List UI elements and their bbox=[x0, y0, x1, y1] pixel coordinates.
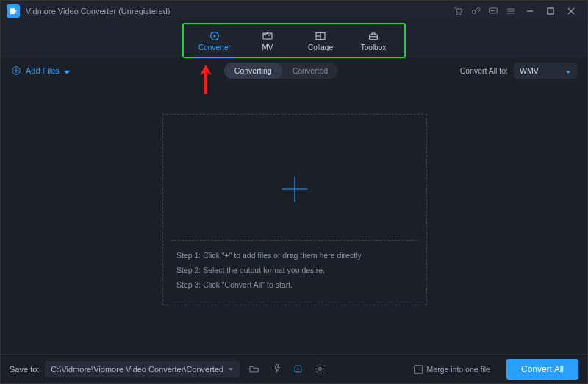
toolbox-icon bbox=[366, 30, 381, 42]
convert-all-to: Convert All to: WMV bbox=[460, 63, 577, 79]
save-to-path: C:\Vidmore\Vidmore Video Converter\Conve… bbox=[51, 365, 223, 374]
tab-label: Converter bbox=[198, 43, 231, 51]
tabstrip-highlight: Converter MV Collage Toolbox bbox=[182, 23, 406, 58]
tab-toolbox[interactable]: Toolbox bbox=[347, 24, 400, 57]
maximize-button[interactable] bbox=[540, 4, 561, 18]
chevron-down-icon bbox=[565, 68, 571, 74]
collage-icon bbox=[313, 30, 328, 42]
tab-collage[interactable]: Collage bbox=[294, 24, 347, 57]
add-files-button[interactable]: Add Files bbox=[11, 65, 70, 76]
svg-rect-7 bbox=[548, 8, 553, 14]
merge-label: Merge into one file bbox=[427, 365, 490, 374]
svg-point-0 bbox=[456, 14, 458, 15]
step-2: Step 2: Select the output format you des… bbox=[176, 263, 419, 278]
step-3: Step 3: Click "Convert All" to start. bbox=[176, 278, 419, 293]
tabstrip-container: Converter MV Collage Toolbox bbox=[1, 21, 587, 58]
svg-point-6 bbox=[495, 10, 495, 11]
main-area: Step 1: Click "+" to add files or drag t… bbox=[1, 83, 587, 354]
tab-converter[interactable]: Converter bbox=[188, 24, 241, 57]
add-files-label: Add Files bbox=[26, 66, 60, 75]
drop-area[interactable]: Step 1: Click "+" to add files or drag t… bbox=[162, 114, 427, 305]
plus-icon bbox=[278, 172, 312, 206]
plus-circle-icon bbox=[11, 65, 21, 76]
divider bbox=[171, 240, 419, 241]
svg-point-1 bbox=[460, 14, 462, 15]
app-window: Vidmore Video Converter (Unregistered) C… bbox=[0, 0, 588, 384]
svg-point-4 bbox=[491, 10, 492, 11]
output-format-select[interactable]: WMV bbox=[514, 63, 577, 79]
svg-rect-11 bbox=[370, 35, 378, 40]
footer: Save to: C:\Vidmore\Vidmore Video Conver… bbox=[1, 354, 587, 383]
merge-checkbox[interactable] bbox=[414, 365, 423, 374]
minimize-button[interactable] bbox=[520, 4, 540, 18]
svg-point-14 bbox=[318, 368, 321, 371]
tab-label: Collage bbox=[308, 43, 333, 51]
tab-mv[interactable]: MV bbox=[241, 24, 294, 57]
merge-option: Merge into one file bbox=[414, 365, 490, 374]
gpu-accel-toggle[interactable] bbox=[290, 361, 306, 377]
save-to-select[interactable]: C:\Vidmore\Vidmore Video Converter\Conve… bbox=[45, 361, 240, 377]
converter-icon bbox=[207, 30, 222, 42]
app-title: Vidmore Video Converter (Unregistered) bbox=[26, 7, 170, 15]
tab-label: MV bbox=[262, 43, 273, 51]
status-filter: Converting Converted bbox=[224, 63, 338, 79]
cart-icon[interactable] bbox=[449, 2, 467, 20]
subheader: Add Files Converting Converted Convert A… bbox=[1, 58, 587, 83]
pill-converting[interactable]: Converting bbox=[224, 63, 282, 79]
titlebar: Vidmore Video Converter (Unregistered) bbox=[1, 1, 587, 21]
key-icon[interactable] bbox=[467, 2, 484, 20]
close-button[interactable] bbox=[561, 4, 581, 18]
output-format-value: WMV bbox=[520, 66, 539, 75]
settings-button[interactable] bbox=[312, 361, 328, 377]
svg-point-2 bbox=[472, 10, 476, 14]
tab-label: Toolbox bbox=[361, 43, 386, 51]
menu-icon[interactable] bbox=[502, 2, 520, 20]
app-logo bbox=[7, 4, 20, 18]
open-folder-button[interactable] bbox=[245, 361, 262, 377]
chevron-down-icon bbox=[228, 365, 234, 374]
save-to-label: Save to: bbox=[10, 365, 39, 374]
pill-converted[interactable]: Converted bbox=[282, 63, 338, 79]
add-file-plus[interactable] bbox=[278, 172, 312, 209]
step-1: Step 1: Click "+" to add files or drag t… bbox=[176, 249, 419, 263]
chevron-down-icon bbox=[64, 68, 70, 74]
convert-all-to-label: Convert All to: bbox=[460, 66, 508, 75]
svg-point-5 bbox=[492, 10, 493, 11]
feedback-icon[interactable] bbox=[484, 2, 502, 20]
high-speed-toggle[interactable] bbox=[268, 361, 284, 377]
instruction-steps: Step 1: Click "+" to add files or drag t… bbox=[176, 249, 419, 293]
convert-all-button[interactable]: Convert All bbox=[506, 359, 578, 380]
mv-icon bbox=[260, 30, 275, 42]
